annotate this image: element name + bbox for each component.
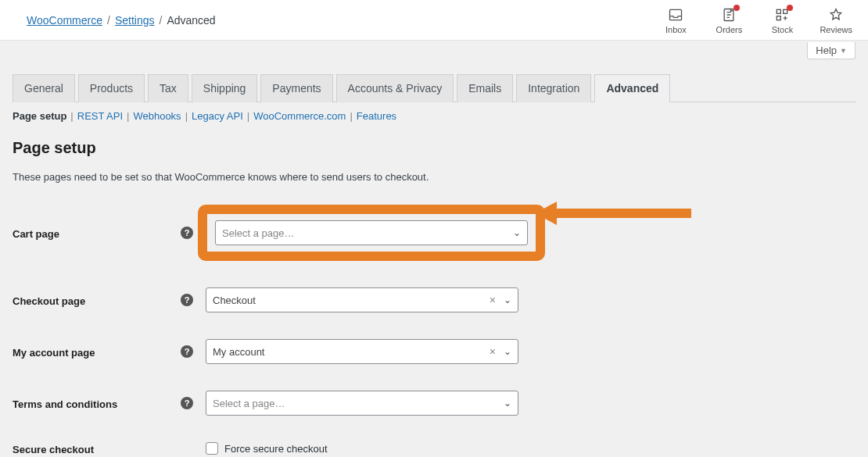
breadcrumb-separator: /	[107, 14, 110, 27]
help-icon[interactable]: ?	[181, 294, 193, 306]
cart-page-row: Cart page ? Select a page… ⌄	[13, 205, 855, 261]
select-placeholder: Select a page…	[213, 398, 500, 409]
chevron-down-icon: ⌄	[510, 227, 521, 238]
secure-checkout-label: Secure checkout	[13, 442, 181, 455]
select-value: My account	[213, 346, 485, 358]
settings-tabs: General Products Tax Shipping Payments A…	[13, 73, 855, 102]
notification-dot-icon	[733, 5, 740, 11]
force-secure-checkbox[interactable]	[206, 442, 218, 455]
section-description: These pages need to be set so that WooCo…	[13, 171, 855, 183]
checkout-page-label: Checkout page	[13, 294, 181, 307]
subnav-separator: |	[350, 110, 352, 122]
my-account-page-label: My account page	[13, 345, 181, 359]
select-placeholder: Select a page…	[222, 227, 510, 239]
tab-tax[interactable]: Tax	[148, 74, 188, 102]
subnav-webhooks[interactable]: Webhooks	[133, 110, 181, 122]
help-tab[interactable]: Help ▼	[807, 42, 855, 59]
chevron-down-icon: ▼	[840, 47, 847, 55]
orders-label: Orders	[716, 25, 743, 34]
my-account-page-row: My account page ? My account × ⌄	[13, 339, 855, 364]
top-bar: WooCommerce / Settings / Advanced Inbox …	[0, 0, 868, 41]
tab-advanced[interactable]: Advanced	[594, 74, 670, 102]
subnav-legacy-api[interactable]: Legacy API	[192, 110, 243, 122]
inbox-icon	[667, 6, 684, 23]
content: General Products Tax Shipping Payments A…	[0, 73, 868, 457]
help-icon[interactable]: ?	[181, 397, 193, 409]
clear-icon[interactable]: ×	[485, 294, 500, 306]
section-title: Page setup	[13, 139, 855, 157]
tab-products[interactable]: Products	[78, 74, 145, 102]
tab-accounts-privacy[interactable]: Accounts & Privacy	[336, 74, 454, 102]
subnav-rest-api[interactable]: REST API	[77, 110, 123, 122]
cart-page-label: Cart page	[13, 227, 181, 240]
chevron-down-icon: ⌄	[500, 346, 511, 357]
svg-rect-4	[777, 16, 781, 20]
tab-shipping[interactable]: Shipping	[192, 74, 258, 102]
help-icon[interactable]: ?	[181, 227, 193, 239]
orders-button[interactable]: Orders	[713, 6, 744, 34]
top-icons: Inbox Orders Stock Reviews	[660, 6, 852, 34]
tab-integration[interactable]: Integration	[516, 74, 591, 102]
terms-page-select[interactable]: Select a page… ⌄	[206, 391, 518, 416]
checkout-page-select[interactable]: Checkout × ⌄	[206, 287, 518, 312]
terms-page-row: Terms and conditions ? Select a page… ⌄	[13, 391, 855, 416]
chevron-down-icon: ⌄	[500, 295, 511, 305]
subnav-woocommerce-com[interactable]: WooCommerce.com	[253, 110, 346, 122]
inbox-label: Inbox	[665, 25, 687, 34]
help-icon[interactable]: ?	[181, 345, 193, 358]
secure-checkout-row: Secure checkout Force secure checkout Fo…	[13, 442, 855, 457]
stock-label: Stock	[772, 25, 794, 34]
subnav: Page setup | REST API | Webhooks | Legac…	[13, 110, 855, 122]
subnav-separator: |	[70, 110, 73, 122]
subnav-features[interactable]: Features	[357, 110, 396, 122]
select-value: Checkout	[213, 295, 485, 306]
reviews-label: Reviews	[820, 25, 852, 34]
star-icon	[827, 6, 845, 23]
highlight-box: Select a page… ⌄	[198, 205, 545, 261]
cart-page-select[interactable]: Select a page… ⌄	[215, 220, 528, 245]
svg-rect-2	[777, 9, 781, 13]
my-account-page-select[interactable]: My account × ⌄	[206, 339, 518, 364]
breadcrumb-settings[interactable]: Settings	[115, 14, 155, 27]
chevron-down-icon: ⌄	[500, 398, 511, 409]
tab-emails[interactable]: Emails	[457, 74, 513, 102]
clear-icon[interactable]: ×	[485, 345, 500, 358]
tab-payments[interactable]: Payments	[260, 74, 332, 102]
terms-page-label: Terms and conditions	[13, 397, 181, 410]
force-secure-checkbox-label[interactable]: Force secure checkout	[224, 443, 328, 455]
help-label: Help	[816, 45, 837, 56]
subnav-current: Page setup	[13, 110, 66, 122]
svg-rect-0	[670, 9, 682, 20]
breadcrumb: WooCommerce / Settings / Advanced	[27, 14, 660, 27]
breadcrumb-separator: /	[159, 14, 162, 27]
subnav-separator: |	[247, 110, 249, 122]
reviews-button[interactable]: Reviews	[820, 6, 852, 34]
subnav-separator: |	[127, 110, 129, 122]
breadcrumb-woocommerce[interactable]: WooCommerce	[27, 14, 102, 27]
subnav-separator: |	[185, 110, 188, 122]
stock-button[interactable]: Stock	[766, 6, 798, 34]
notification-dot-icon	[787, 5, 793, 11]
inbox-button[interactable]: Inbox	[660, 6, 691, 34]
checkout-page-row: Checkout page ? Checkout × ⌄	[13, 287, 855, 312]
tab-general[interactable]: General	[13, 74, 75, 102]
breadcrumb-current: Advanced	[167, 14, 215, 27]
